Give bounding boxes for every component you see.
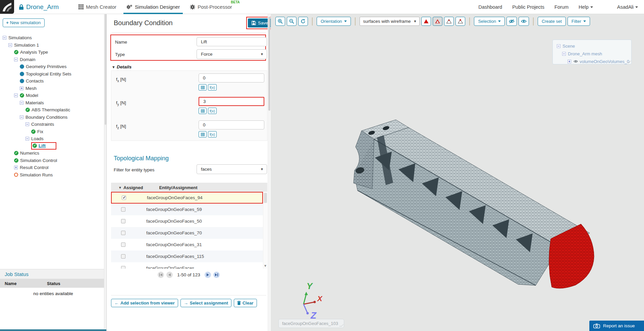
force-x-input[interactable] (199, 73, 264, 82)
assignment-row[interactable]: faceGroupOnGeoFaces_31 (111, 239, 263, 251)
filter-button[interactable]: Filter (568, 17, 590, 26)
last-page-button[interactable] (213, 272, 220, 278)
visibility-eye-icon[interactable] (573, 60, 578, 63)
scrollbar-thumb[interactable] (105, 14, 106, 125)
nav-dashboard[interactable]: Dashboard (478, 4, 502, 10)
collapse-icon[interactable]: − (25, 122, 29, 126)
scene-node-root[interactable]: − Scene (553, 43, 631, 49)
entity-type-select[interactable]: faces ▼ (197, 164, 267, 174)
assigned-checkbox[interactable] (121, 219, 125, 223)
scrollbar-thumb[interactable] (268, 17, 270, 111)
tree-item-numerics[interactable]: Numerics (0, 150, 104, 157)
expand-icon[interactable]: + (14, 166, 18, 169)
tab-post-processor[interactable]: BETA Post-Processor (185, 0, 237, 14)
zoom-in-button[interactable] (275, 17, 285, 26)
clear-button[interactable]: Clear (234, 299, 257, 307)
tree-item-geometry-primitives[interactable]: Geometry Primitives (0, 63, 104, 70)
highlight-wireframe-button[interactable] (444, 17, 454, 26)
collapse-icon[interactable]: − (3, 36, 6, 40)
tree-item-loads[interactable]: −Loads (0, 135, 104, 143)
tree-item-topological-entity-sets[interactable]: Topological Entity Sets (0, 70, 104, 78)
tree-item-result-control[interactable]: +Result Control (0, 164, 104, 171)
tab-mesh-creator[interactable]: Mesh Creator (73, 0, 121, 14)
tree-item-simulations[interactable]: −Simulations (0, 34, 104, 42)
details-section-header[interactable]: ▼Details (112, 64, 131, 69)
collapse-icon[interactable]: − (562, 52, 566, 56)
assigned-checkbox[interactable] (121, 231, 125, 235)
tree-item-materials[interactable]: −Materials (0, 99, 104, 107)
refresh-view-button[interactable] (298, 17, 308, 26)
assignment-row[interactable]: faceGroupOnGeoFaces_70 (111, 227, 263, 239)
zoom-out-button[interactable] (287, 17, 297, 26)
expand-icon[interactable]: + (568, 60, 571, 63)
force-y-input[interactable] (199, 97, 264, 106)
table-input-icon[interactable] (199, 131, 207, 137)
simscale-logo[interactable] (0, 0, 14, 14)
assignment-row[interactable]: faceGroupOnGeoFaces_59 (111, 204, 263, 215)
render-mode-select[interactable]: surfaces with wireframe ▼ (360, 17, 420, 26)
scroll-down-arrow-icon[interactable]: ▼ (264, 264, 267, 268)
prev-page-button[interactable] (166, 272, 173, 278)
tree-item-simulation-runs[interactable]: Simulation Runs (0, 171, 104, 179)
show-selection-button[interactable] (519, 17, 529, 26)
viewer-3d[interactable]: Orientation surfaces with wireframe ▼ Se… (271, 14, 644, 331)
tree-item-lift[interactable]: Lift (0, 143, 104, 150)
tree-item-simulation-1[interactable]: −Simulation 1 (0, 42, 104, 49)
sort-triangle-icon[interactable]: ▼ (118, 186, 122, 189)
type-select[interactable]: Force ▼ (197, 49, 267, 59)
orientation-button[interactable]: Orientation (317, 17, 351, 26)
tree-item-analysis-type[interactable]: Analysis Type (0, 49, 104, 56)
scene-node-volume[interactable]: + volumeOnGeoVolumes_0 (553, 58, 631, 65)
next-page-button[interactable] (205, 272, 211, 278)
name-input[interactable] (197, 37, 267, 46)
highlight-surface-button[interactable] (433, 17, 442, 26)
tree-item-contacts[interactable]: Contacts (0, 77, 104, 85)
nav-public-projects[interactable]: Public Projects (512, 4, 544, 10)
tree-item-constraints[interactable]: −Constraints (0, 121, 104, 128)
tab-simulation-designer[interactable]: Simulation Designer (121, 0, 185, 14)
assigned-checkbox[interactable] (121, 207, 125, 212)
collapse-icon[interactable]: − (20, 115, 23, 119)
table-input-icon[interactable] (199, 108, 207, 114)
assignment-row[interactable]: faceGroupOnGeoFaces_50 (111, 215, 263, 227)
formula-input-button[interactable]: f(x) (208, 84, 217, 91)
assigned-checkbox-checked[interactable] (122, 196, 126, 200)
collapse-icon[interactable]: − (8, 43, 12, 47)
tree-item-abs-thermoplastic[interactable]: ABS Thermoplastic (0, 106, 104, 114)
nav-help[interactable]: Help (579, 4, 593, 10)
tree-item-simulation-control[interactable]: Simulation Control (0, 157, 104, 164)
assigned-checkbox[interactable] (121, 242, 125, 247)
table-input-icon[interactable] (199, 84, 207, 91)
tree-item-boundary-conditions[interactable]: −Boundary Conditions (0, 114, 104, 121)
assigned-checkbox[interactable] (121, 254, 125, 259)
new-simulation-button[interactable]: + New simulation (3, 18, 45, 27)
first-page-button[interactable] (158, 272, 164, 278)
sidebar-scrollbar[interactable] (104, 14, 106, 329)
assignment-row[interactable]: faceGroupOnGeoFaces_115 (111, 251, 263, 262)
collapse-icon[interactable]: − (20, 101, 23, 105)
highlight-solid-button[interactable] (421, 17, 431, 26)
user-menu[interactable]: AsadAli (617, 4, 638, 10)
collapse-icon[interactable]: − (14, 58, 18, 61)
scrollbar-thumb[interactable] (264, 193, 267, 203)
table-scrollbar[interactable]: ▼ (263, 192, 267, 269)
collapse-icon[interactable]: − (25, 137, 29, 141)
tree-item-fix[interactable]: Fix (0, 128, 104, 135)
selection-button[interactable]: Selection (474, 17, 504, 26)
add-selection-button[interactable]: ← Add selection from viewer (111, 299, 178, 307)
highlight-points-button[interactable] (455, 17, 465, 26)
collapse-icon[interactable]: − (14, 94, 18, 97)
assignment-row[interactable]: faceGroupOnGeoFaces (111, 262, 263, 269)
force-z-input[interactable] (199, 120, 264, 129)
assigned-checkbox[interactable] (121, 266, 125, 269)
select-assignment-button[interactable]: → Select assignment (180, 299, 231, 307)
collapse-icon[interactable]: − (557, 44, 560, 48)
formula-input-button[interactable]: f(x) (208, 108, 217, 114)
formula-input-button[interactable]: f(x) (208, 131, 217, 137)
hide-selection-button[interactable] (506, 17, 517, 26)
nav-forum[interactable]: Forum (554, 4, 569, 10)
tree-item-domain[interactable]: −Domain (0, 56, 104, 63)
panel-scrollbar[interactable] (268, 14, 270, 331)
expand-icon[interactable]: + (20, 87, 23, 90)
scene-node-mesh[interactable]: − Drone_Arm mesh (553, 50, 631, 57)
